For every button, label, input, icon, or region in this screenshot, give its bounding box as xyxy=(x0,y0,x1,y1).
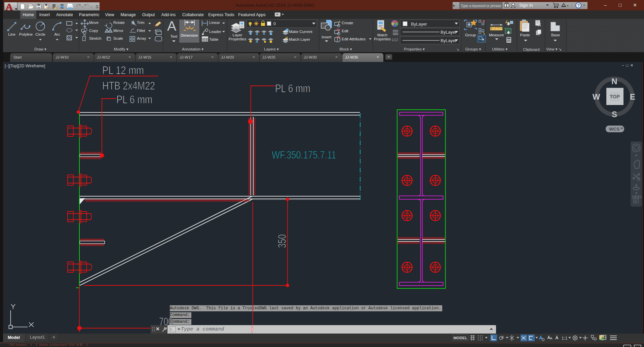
svg-text:WF.350.175.7.11: WF.350.175.7.11 xyxy=(272,149,336,161)
svg-text:ByLayer: ByLayer xyxy=(441,30,457,35)
svg-text:W: W xyxy=(593,92,600,101)
svg-text:HTB 2x4M22: HTB 2x4M22 xyxy=(102,79,155,92)
svg-text:0: 0 xyxy=(273,22,276,26)
svg-text:PL 12 mm: PL 12 mm xyxy=(102,64,144,76)
svg-text:ByLayer: ByLayer xyxy=(441,38,457,43)
svg-text:TOP: TOP xyxy=(610,94,620,99)
svg-text:A: A xyxy=(167,19,177,34)
svg-text:PL 6 mm: PL 6 mm xyxy=(116,93,152,105)
svg-text:ByLayer: ByLayer xyxy=(411,22,427,27)
svg-text:PL 6 mm: PL 6 mm xyxy=(275,82,310,94)
svg-text:E: E xyxy=(630,92,635,101)
svg-text:?: ? xyxy=(577,3,580,8)
svg-text:N: N xyxy=(611,77,617,86)
svg-text:1:1: 1:1 xyxy=(562,336,567,341)
svg-text:WCS: WCS xyxy=(609,127,620,132)
svg-text:S: S xyxy=(612,110,617,119)
svg-text:350: 350 xyxy=(276,234,288,248)
